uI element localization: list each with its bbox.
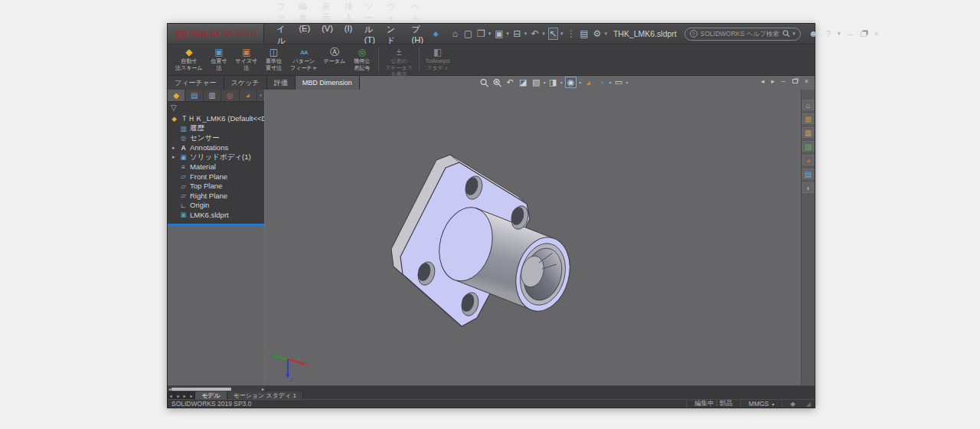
- scroll-thumb[interactable]: [172, 388, 231, 391]
- tab-mbd-dimension[interactable]: MBD Dimension: [296, 76, 360, 90]
- print-icon[interactable]: ⊟: [512, 28, 522, 39]
- tree-item-imported-part[interactable]: ▣ LMK6.sldprt: [168, 210, 264, 220]
- tag-icon[interactable]: ◆: [782, 400, 803, 408]
- displaymanager-tab-icon[interactable]: ◕: [240, 90, 257, 101]
- task-home-icon[interactable]: ⌂: [802, 100, 814, 110]
- dynamic-annotation-views-icon[interactable]: ▧: [531, 77, 541, 87]
- tab-features[interactable]: フィーチャー: [168, 76, 224, 90]
- tree-item-sensors[interactable]: ◎ センサー: [168, 133, 264, 143]
- new-document-icon[interactable]: ▢: [463, 28, 473, 39]
- options-caret-icon[interactable]: ▾: [604, 31, 607, 37]
- tree-item-material[interactable]: ≡ Material: [168, 162, 264, 172]
- featuremanager-tab-icon[interactable]: ◆: [168, 90, 185, 101]
- model-tab[interactable]: モデル: [195, 391, 227, 399]
- minimize-button[interactable]: –: [848, 29, 852, 38]
- dimxpertmanager-tab-icon[interactable]: ◎: [221, 90, 239, 101]
- close-button[interactable]: ×: [874, 29, 879, 38]
- open-caret-icon[interactable]: ▾: [488, 31, 492, 37]
- graphics-viewport[interactable]: x y z: [265, 90, 801, 385]
- help-menu-button[interactable]: ?: [826, 29, 831, 38]
- orientation-caret-icon[interactable]: ▾: [560, 80, 563, 85]
- pin-icon[interactable]: ◆: [431, 30, 441, 38]
- search-caret-icon[interactable]: ▾: [792, 31, 795, 37]
- rollback-bar[interactable]: [168, 224, 264, 226]
- doc-minimize-button[interactable]: –: [782, 77, 786, 85]
- panel-tabs-overflow-icon[interactable]: ›: [257, 90, 264, 101]
- search-magnifier-icon[interactable]: [782, 30, 790, 38]
- zoom-to-area-icon[interactable]: [492, 78, 502, 87]
- doc-restore-button[interactable]: [792, 79, 798, 84]
- tree-item-front-plane[interactable]: ▱ Front Plane: [168, 172, 264, 182]
- expand-arrow-icon[interactable]: ▸: [172, 154, 175, 160]
- first-tab-icon[interactable]: ◂: [168, 391, 175, 399]
- last-tab-icon[interactable]: ▸: [188, 391, 195, 399]
- tree-item-solid-bodies[interactable]: ▸ ▣ ソリッドボディ(1): [168, 152, 264, 162]
- undo-icon[interactable]: ↶: [530, 28, 540, 39]
- edit-appearance-icon[interactable]: ◕: [583, 78, 593, 87]
- help-caret-icon[interactable]: ▾: [838, 31, 841, 37]
- help-search-box[interactable]: ? ▾: [684, 28, 801, 41]
- task-design-library-icon[interactable]: ▥: [802, 127, 814, 138]
- restore-button[interactable]: [861, 31, 867, 37]
- tree-item-origin[interactable]: ∟ Origin: [168, 201, 264, 211]
- pane-right-icon[interactable]: ▸: [771, 77, 775, 85]
- expand-arrow-icon[interactable]: ▸: [172, 145, 175, 151]
- prev-tab-icon[interactable]: ◂: [175, 391, 181, 399]
- print-caret-icon[interactable]: ▾: [524, 31, 528, 37]
- pattern-feature-button[interactable]: AA パターン フィーチャ: [287, 45, 321, 74]
- tab-evaluate[interactable]: 評価: [267, 76, 296, 90]
- model-flange-lmk6[interactable]: [265, 90, 801, 385]
- datum-location-dimension-button[interactable]: ◫ 基準位 置寸法: [260, 45, 287, 74]
- tree-item-top-plane[interactable]: ▱ Top Plane: [168, 182, 264, 192]
- section-view-icon[interactable]: ◪: [518, 77, 528, 87]
- task-forum-icon[interactable]: ◗: [802, 182, 814, 193]
- previous-view-icon[interactable]: ↶: [505, 77, 515, 87]
- task-custom-properties-icon[interactable]: ▤: [802, 169, 814, 179]
- motion-study-tab[interactable]: モーション スタディ 1: [227, 391, 303, 399]
- task-resources-icon[interactable]: ▩: [802, 113, 814, 124]
- apply-scene-icon[interactable]: ◔: [596, 78, 606, 87]
- location-dimension-button[interactable]: ▣ 位置寸 法: [206, 45, 233, 74]
- filter-funnel-icon: ▽: [171, 103, 177, 112]
- unit-system-selector[interactable]: MMGS ▾: [740, 400, 782, 408]
- save-icon[interactable]: ▣: [494, 28, 504, 39]
- doc-close-button[interactable]: ×: [805, 77, 808, 85]
- display-style-eye-icon[interactable]: ◉: [565, 77, 577, 88]
- file-properties-icon[interactable]: ▤: [579, 28, 589, 39]
- pane-left-icon[interactable]: ◂: [761, 77, 765, 85]
- select-cursor-icon[interactable]: ↖: [548, 28, 558, 40]
- model-tabs-row: ◂ ◂ ▸ ▸ モデル モーション スタディ 1: [168, 391, 815, 399]
- size-dimension-button[interactable]: ▣ サイズ寸 法: [233, 45, 261, 74]
- configurationmanager-tab-icon[interactable]: ▥: [204, 90, 221, 101]
- auto-dimension-scheme-button[interactable]: ◆ 自動寸 法スキーム: [172, 45, 206, 74]
- open-icon[interactable]: ❐: [476, 28, 486, 39]
- undo-caret-icon[interactable]: ▾: [542, 31, 545, 37]
- tree-item-annotations[interactable]: ▸ A Annotations: [168, 143, 264, 153]
- tree-root-part[interactable]: ◆ ＴＨＫ_LMK6 (Default<<Default>_: [168, 114, 264, 124]
- tree-item-right-plane[interactable]: ▱ Right Plane: [168, 191, 264, 201]
- save-caret-icon[interactable]: ▾: [506, 31, 509, 37]
- scene-caret-icon[interactable]: ▾: [609, 80, 611, 85]
- task-appearances-icon[interactable]: ◕: [802, 155, 814, 165]
- scroll-left-icon[interactable]: ◂: [168, 387, 171, 391]
- display-style-caret-icon[interactable]: ▾: [579, 80, 581, 85]
- rebuild-traffic-light-icon[interactable]: ⋮: [566, 28, 576, 39]
- propertymanager-tab-icon[interactable]: ▤: [185, 90, 203, 101]
- help-search-input[interactable]: [701, 30, 779, 38]
- view-settings-icon[interactable]: ▭: [613, 77, 623, 87]
- view-orientation-icon[interactable]: ◨: [548, 77, 558, 87]
- view-settings-caret-icon[interactable]: ▾: [626, 80, 628, 85]
- geometric-tolerance-button[interactable]: ◎ 幾何公 差記号: [348, 45, 375, 74]
- annotation-caret-icon[interactable]: ▾: [544, 80, 546, 85]
- next-tab-icon[interactable]: ▸: [181, 391, 188, 399]
- home-icon[interactable]: ⌂: [450, 28, 460, 39]
- tree-filter[interactable]: ▽: [168, 102, 264, 113]
- user-account-icon[interactable]: ☻: [808, 28, 818, 39]
- task-file-explorer-icon[interactable]: ▨: [802, 141, 814, 152]
- tab-sketch[interactable]: スケッチ: [224, 76, 267, 90]
- tree-item-history[interactable]: ▥ 履歴: [168, 124, 264, 134]
- select-caret-icon[interactable]: ▾: [560, 31, 564, 37]
- zoom-to-fit-icon[interactable]: [479, 78, 489, 87]
- options-gear-icon[interactable]: ⚙: [592, 28, 602, 39]
- datum-button[interactable]: Ⓐ データム: [321, 45, 349, 74]
